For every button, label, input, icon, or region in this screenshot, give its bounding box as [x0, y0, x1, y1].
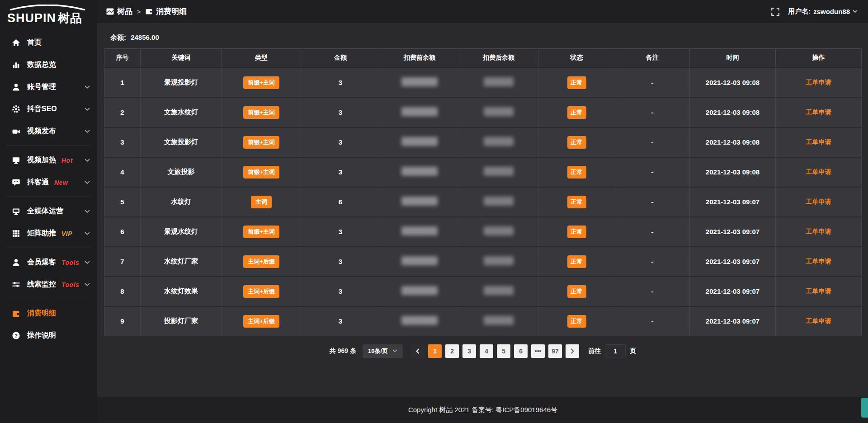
sidebar-item-lead-monitor[interactable]: 线索监控 Tools: [0, 273, 97, 296]
masked-balance: [484, 316, 514, 325]
cell-status: 正常: [538, 217, 615, 247]
cell-keyword: 景观投影灯: [141, 68, 222, 98]
username-label: 用户名:: [788, 7, 811, 16]
sidebar-item-consumption-details[interactable]: 消费明细: [0, 302, 97, 324]
cell-type: 主词+后缀: [222, 247, 301, 277]
user-icon: [12, 83, 20, 91]
cell-amount: 3: [301, 68, 380, 98]
user-menu[interactable]: 用户名: zswodun88: [788, 7, 858, 16]
goto-page-input[interactable]: [605, 344, 626, 357]
table-row: 9 投影灯厂家 主词+后缀 3 正常 - 2021-12-03 09:07 工单…: [104, 306, 862, 336]
page-footer: Copyright 树品 2021 备案号: 粤ICP备09019646号: [97, 397, 868, 423]
cell-remark: -: [615, 127, 690, 157]
page-button-6[interactable]: 6: [514, 344, 528, 358]
status-badge: 正常: [567, 226, 586, 238]
col-header-action: 操作: [776, 49, 862, 68]
next-page-button[interactable]: [566, 344, 579, 358]
breadcrumb-root[interactable]: 树品: [106, 6, 132, 17]
cell-status: 正常: [538, 247, 615, 277]
cell-post-balance: [459, 187, 538, 217]
ticket-apply-link[interactable]: 工单申请: [806, 168, 831, 175]
masked-balance: [401, 256, 438, 265]
status-badge: 正常: [567, 315, 586, 328]
ticket-apply-link[interactable]: 工单申请: [806, 138, 831, 146]
ticket-apply-link[interactable]: 工单申请: [806, 198, 831, 205]
cell-remark: -: [615, 247, 690, 277]
sidebar-item-data-overview[interactable]: 数据总览: [0, 54, 97, 76]
sidebar-item-douyin-seo[interactable]: 抖音SEO: [0, 98, 97, 120]
sidebar-item-instructions[interactable]: ? 操作说明: [0, 324, 97, 347]
app-root: SHUPIN树品 首页 数据总览 账号管理 抖音SEO: [0, 0, 868, 423]
cell-status: 正常: [538, 68, 615, 98]
grid-icon: [12, 229, 20, 238]
page-button-97[interactable]: 97: [548, 344, 562, 358]
page-button-5[interactable]: 5: [497, 344, 510, 358]
status-badge: 正常: [567, 136, 586, 149]
cell-post-balance: [459, 68, 538, 98]
breadcrumb-root-label: 树品: [117, 6, 132, 17]
page-size-value: 10条/页: [368, 347, 388, 355]
chevron-left-icon: [416, 348, 420, 354]
balance-display: 余额: 24856.00: [110, 33, 862, 42]
sidebar-item-label: 视频发布: [27, 127, 56, 136]
svg-text:?: ?: [14, 333, 18, 338]
cell-type: 前缀+主词: [222, 217, 301, 247]
cell-pre-balance: [380, 247, 459, 277]
sidebar-item-home[interactable]: 首页: [0, 32, 97, 54]
sidebar-divider: [6, 299, 91, 299]
sidebar-item-account-mgmt[interactable]: 账号管理: [0, 76, 97, 98]
cell-status: 正常: [538, 98, 615, 127]
type-badge: 主词+后缀: [243, 255, 279, 268]
logo-brand: SHUPIN: [7, 11, 56, 25]
ticket-apply-link[interactable]: 工单申请: [806, 228, 831, 235]
page-button-4[interactable]: 4: [480, 344, 493, 358]
cell-keyword: 水纹灯厂家: [141, 247, 222, 277]
masked-balance: [401, 286, 438, 295]
chevron-down-icon: [85, 232, 90, 235]
floating-widget[interactable]: [861, 398, 868, 418]
page-size-select[interactable]: 10条/页: [363, 344, 403, 358]
copyright-text: Copyright 树品 2021 备案号: 粤ICP备09019646号: [408, 406, 557, 414]
ticket-apply-link[interactable]: 工单申请: [806, 287, 831, 295]
cell-post-balance: [459, 247, 538, 277]
prev-page-button[interactable]: [411, 344, 425, 358]
sidebar-item-media-ops[interactable]: 全媒体运营: [0, 200, 97, 222]
breadcrumb-current[interactable]: 消费明细: [145, 6, 187, 17]
chevron-down-icon: [85, 261, 90, 264]
menu-tag-hot: Hot: [61, 157, 73, 164]
sidebar-item-member-burst[interactable]: 会员爆客 Tools: [0, 251, 97, 273]
fullscreen-icon[interactable]: [771, 7, 780, 16]
topbar-right: 用户名: zswodun88: [771, 7, 858, 16]
cell-index: 5: [104, 187, 141, 217]
ticket-apply-link[interactable]: 工单申请: [806, 258, 831, 265]
ticket-apply-link[interactable]: 工单申请: [806, 317, 831, 324]
cell-keyword: 景观水纹灯: [141, 217, 222, 247]
breadcrumb: 树品 > 消费明细: [106, 6, 187, 17]
sidebar-item-video-publish[interactable]: 视频发布: [0, 120, 97, 142]
sidebar-item-matrix-boost[interactable]: 矩阵助推 VIP: [0, 222, 97, 244]
gear-icon: [12, 105, 20, 113]
cell-keyword: 文旅水纹灯: [141, 98, 222, 127]
monitor-icon: [12, 207, 20, 216]
page-button-2[interactable]: 2: [445, 344, 459, 358]
video-camera-icon: [12, 127, 20, 136]
cell-index: 3: [104, 127, 141, 157]
sidebar-item-video-heat[interactable]: 视频加热 Hot: [0, 149, 97, 171]
type-badge: 前缀+主词: [243, 76, 279, 89]
page-button-1[interactable]: 1: [428, 344, 442, 358]
sidebar-item-doketong[interactable]: 抖客通 New: [0, 171, 97, 193]
cell-status: 正常: [538, 277, 615, 306]
logo-arc: [7, 5, 88, 10]
sidebar-item-label: 抖音SEO: [27, 104, 57, 114]
type-badge: 前缀+主词: [243, 226, 279, 238]
member-icon: [12, 258, 20, 267]
cell-time: 2021-12-03 09:07: [690, 277, 776, 306]
cell-action: 工单申请: [776, 187, 862, 217]
col-header-amount: 金额: [301, 49, 380, 68]
topbar: 树品 > 消费明细 用户名: zswodun88: [97, 0, 868, 24]
ticket-apply-link[interactable]: 工单申请: [806, 79, 831, 86]
ticket-apply-link[interactable]: 工单申请: [806, 108, 831, 116]
ellipsis-pages-button[interactable]: •••: [531, 344, 545, 358]
bar-chart-icon: [12, 61, 20, 69]
page-button-3[interactable]: 3: [462, 344, 476, 358]
